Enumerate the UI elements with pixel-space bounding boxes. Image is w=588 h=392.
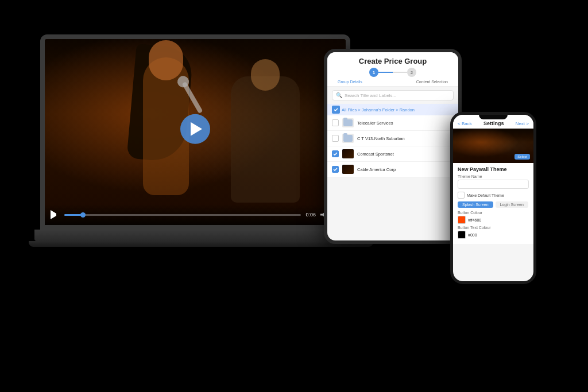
button-text-colour-value: #000 bbox=[468, 233, 477, 237]
video-thumb-3 bbox=[342, 165, 354, 174]
button-text-colour-label: Button Text Colour bbox=[458, 226, 529, 230]
button-text-colour-swatch[interactable] bbox=[458, 231, 466, 239]
file-name-3: Cable America Corp bbox=[357, 167, 396, 172]
phone-select-button[interactable]: Select bbox=[514, 154, 530, 160]
file-row-1[interactable]: C T V13-North Suburban bbox=[327, 131, 458, 146]
breadcrumb-checkbox[interactable] bbox=[332, 106, 340, 114]
screen-tab-row: Splash Screen Login Screen bbox=[458, 201, 529, 208]
file-name-2: Comcast Sportsnet bbox=[357, 152, 394, 157]
phone-header-title: Settings bbox=[483, 121, 504, 126]
step-1-label: Group Details bbox=[338, 80, 362, 84]
tablet-file-list: Telecaller Services C T V13-North Suburb… bbox=[327, 115, 458, 177]
phone: < Back Settings Next > Select New Paywal… bbox=[450, 112, 536, 284]
video-thumb-2 bbox=[342, 149, 354, 158]
folder-shape-1 bbox=[343, 135, 353, 142]
step-2-circle: 2 bbox=[407, 68, 416, 77]
video-controls-bar: 0:06 bbox=[45, 204, 346, 225]
progress-fill bbox=[64, 214, 83, 216]
step-2-number: 2 bbox=[411, 70, 413, 75]
file-checkbox-1[interactable] bbox=[332, 135, 339, 142]
progress-bar[interactable] bbox=[64, 214, 301, 216]
tablet-screen: Create Price Group 1 2 Group Details Con… bbox=[327, 52, 458, 240]
file-row-2[interactable]: Comcast Sportsnet bbox=[327, 146, 458, 162]
scene: 0:06 Create Price Group 1 bbox=[0, 0, 588, 392]
phone-content: New Paywall Theme Theme Name Make Defaul… bbox=[453, 163, 533, 244]
file-checkbox-3[interactable] bbox=[332, 166, 339, 173]
button-text-colour-row: #000 bbox=[458, 231, 529, 239]
button-colour-swatch[interactable] bbox=[458, 216, 466, 224]
make-default-label: Make Default Theme bbox=[467, 193, 504, 197]
make-default-checkbox[interactable] bbox=[458, 192, 465, 199]
folder-shape-0 bbox=[343, 119, 353, 126]
steps-row: 1 2 bbox=[333, 65, 452, 79]
tablet-breadcrumb: All Files > Johanna's Folder > Randon bbox=[327, 104, 458, 115]
tablet-search[interactable]: 🔍 Search Title and Labels... bbox=[332, 90, 454, 100]
step-2-label: Content Selection bbox=[416, 80, 448, 84]
step-connector bbox=[378, 72, 407, 73]
steps-labels: Group Details Content Selection bbox=[333, 80, 452, 84]
file-name-1: C T V13-North Suburban bbox=[357, 136, 405, 141]
guitarist-figure bbox=[231, 76, 300, 203]
laptop-foot bbox=[29, 241, 373, 247]
button-colour-row: #ff4600 bbox=[458, 216, 529, 224]
search-icon: 🔍 bbox=[336, 92, 342, 98]
tablet-title: Create Price Group bbox=[333, 57, 452, 65]
file-row-3[interactable]: Cable America Corp bbox=[327, 162, 458, 177]
step-1-number: 1 bbox=[373, 70, 375, 75]
play-button[interactable] bbox=[180, 114, 210, 144]
play-pause-icon[interactable] bbox=[51, 210, 60, 219]
phone-notch bbox=[479, 115, 508, 119]
step-1-circle: 1 bbox=[369, 68, 378, 77]
folder-icon-1 bbox=[342, 134, 354, 143]
theme-name-input[interactable] bbox=[458, 180, 529, 189]
guitarist-head bbox=[251, 59, 280, 91]
phone-section-title: New Paywall Theme bbox=[458, 166, 529, 172]
make-default-row: Make Default Theme bbox=[458, 192, 529, 199]
file-checkbox-2[interactable] bbox=[332, 150, 339, 157]
phone-back-button[interactable]: < Back bbox=[458, 121, 472, 126]
laptop-video-player: 0:06 bbox=[45, 39, 346, 225]
login-screen-tab[interactable]: Login Screen bbox=[496, 201, 528, 208]
phone-screen: < Back Settings Next > Select New Paywal… bbox=[453, 115, 533, 281]
splash-screen-tab[interactable]: Splash Screen bbox=[458, 201, 493, 208]
tablet-header: Create Price Group 1 2 Group Details Con… bbox=[327, 52, 458, 87]
singer-head bbox=[149, 40, 183, 80]
laptop: 0:06 bbox=[29, 34, 362, 275]
breadcrumb-text: All Files > Johanna's Folder > Randon bbox=[342, 107, 415, 112]
play-icon bbox=[191, 122, 202, 136]
laptop-screen: 0:06 bbox=[40, 34, 350, 230]
time-display: 0:06 bbox=[305, 212, 316, 218]
phone-video-preview: Select bbox=[453, 129, 533, 163]
file-name-0: Telecaller Services bbox=[357, 121, 393, 126]
search-placeholder: Search Title and Labels... bbox=[345, 93, 396, 98]
button-colour-label: Button Colour bbox=[458, 211, 529, 215]
laptop-base bbox=[34, 230, 356, 241]
phone-next-button[interactable]: Next > bbox=[516, 121, 529, 126]
file-checkbox-0[interactable] bbox=[332, 119, 339, 126]
video-icon-2 bbox=[342, 149, 354, 158]
folder-icon-0 bbox=[342, 118, 354, 127]
button-colour-value: #ff4600 bbox=[468, 218, 481, 222]
file-row-0[interactable]: Telecaller Services bbox=[327, 115, 458, 131]
tablet: Create Price Group 1 2 Group Details Con… bbox=[324, 49, 462, 244]
progress-thumb bbox=[80, 212, 86, 218]
video-icon-3 bbox=[342, 165, 354, 174]
theme-name-label: Theme Name bbox=[458, 174, 529, 178]
